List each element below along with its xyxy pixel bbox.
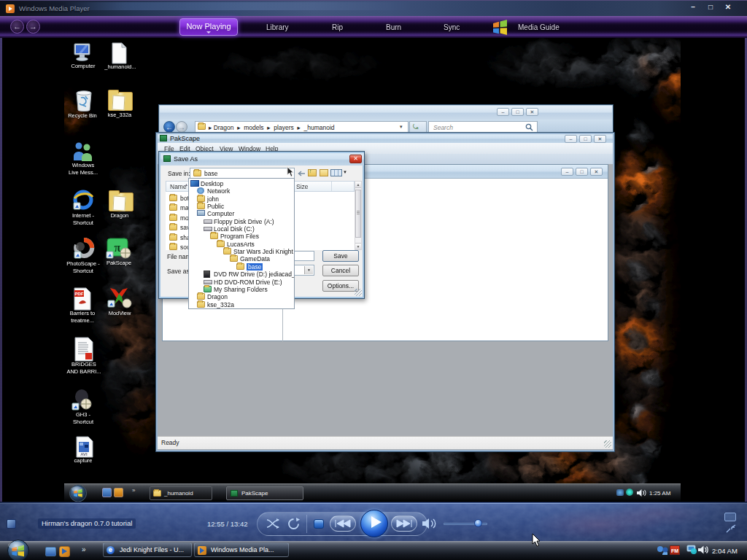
svg-text:PDF: PDF [75,292,84,296]
svg-text:AVI: AVI [80,452,88,456]
svg-text:π: π [115,241,121,254]
